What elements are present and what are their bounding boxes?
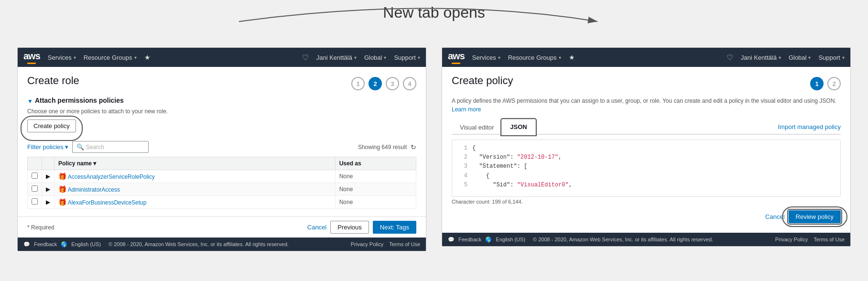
row-checkbox-2[interactable]: [32, 185, 38, 192]
tabs-row: Visual editor JSON Import managed policy: [452, 119, 841, 135]
right-resource-groups-chevron-icon: ▾: [559, 55, 561, 60]
right-feedback-link[interactable]: Feedback: [458, 237, 481, 242]
import-managed-link[interactable]: Import managed policy: [778, 123, 841, 130]
table-header-used-as: Used as: [335, 157, 416, 170]
right-nav-resource-groups[interactable]: Resource Groups ▾: [508, 54, 561, 61]
left-language-link[interactable]: English (US): [71, 241, 101, 247]
left-step-1: 1: [351, 77, 365, 90]
right-step-2: 2: [827, 77, 841, 90]
right-terms-link[interactable]: Terms of Use: [814, 237, 845, 242]
attach-permissions-title: Attach permissions policies: [35, 97, 124, 104]
used-as-1: None: [335, 170, 416, 183]
tab-visual-editor[interactable]: Visual editor: [452, 120, 502, 135]
showing-results-text: Showing 649 result: [358, 144, 407, 151]
left-nav-global[interactable]: Global ▾: [364, 54, 387, 61]
right-nav-pin-icon[interactable]: ★: [569, 54, 575, 61]
left-globe-icon: 🌎: [61, 241, 67, 248]
refresh-icon[interactable]: ↻: [411, 143, 416, 151]
left-feedback-icon: 💬: [23, 241, 30, 248]
left-aws-footer: 💬 Feedback 🌎 English (US) © 2008 - 2020,…: [18, 238, 426, 251]
table-header-policy-name[interactable]: Policy name ▾: [54, 157, 336, 170]
right-step-1: 1: [810, 77, 824, 90]
right-privacy-link[interactable]: Privacy Policy: [775, 237, 808, 242]
left-step-2: 2: [369, 77, 382, 90]
row-expand-2[interactable]: ▶: [42, 183, 54, 196]
right-support-chevron-icon: ▾: [842, 55, 845, 60]
right-feedback-icon: 💬: [448, 237, 455, 243]
search-icon: 🔍: [76, 143, 84, 151]
filter-row: Filter policies ▾ 🔍 Search Showing 649 r…: [27, 141, 416, 153]
left-global-chevron-icon: ▾: [384, 55, 386, 60]
row-checkbox-1[interactable]: [32, 173, 38, 179]
table-row: ▶ 🎁 AdministratorAccess None: [28, 183, 416, 196]
json-editor[interactable]: 1 { 2 "Version": "2012-10-17", 3 "Statem…: [452, 140, 841, 197]
table-row: ▶ 🎁 AlexaForBusinessDeviceSetup None: [28, 196, 416, 209]
left-user-chevron-icon: ▾: [354, 55, 357, 60]
search-input-box[interactable]: 🔍 Search: [72, 141, 149, 153]
json-line-4: 4 {: [456, 172, 836, 181]
annotation-title: New tab opens: [0, 0, 868, 23]
right-user-chevron-icon: ▾: [779, 55, 781, 60]
aws-logo: aws: [23, 51, 40, 64]
used-as-2: None: [335, 183, 416, 196]
previous-button[interactable]: Previous: [330, 221, 369, 234]
left-support-chevron-icon: ▾: [418, 55, 420, 60]
right-nav-support[interactable]: Support ▾: [818, 54, 845, 61]
left-steps: 1 2 3 4: [351, 77, 416, 90]
create-policy-button[interactable]: Create policy: [27, 119, 76, 132]
table-row: ▶ 🎁 AccessAnalyzerServiceRolePolicy None: [28, 170, 416, 183]
row-expand-3[interactable]: ▶: [42, 196, 54, 209]
learn-more-link[interactable]: Learn more: [452, 106, 481, 113]
row-checkbox-3[interactable]: [32, 198, 38, 205]
left-nav-resource-groups[interactable]: Resource Groups ▾: [84, 54, 137, 61]
right-nav-global[interactable]: Global ▾: [789, 54, 811, 61]
review-policy-button[interactable]: Review policy: [789, 210, 841, 223]
policy-link-3[interactable]: AlexaForBusinessDeviceSetup: [68, 199, 147, 206]
cancel-button-left[interactable]: Cancel: [307, 224, 326, 231]
used-as-3: None: [335, 196, 416, 209]
policy-icon-3: 🎁: [58, 198, 66, 206]
filter-policies-button[interactable]: Filter policies ▾: [27, 143, 68, 151]
left-page-title: Create role: [27, 75, 79, 87]
left-nav-bar: aws Services ▾ Resource Groups ▾ ★ ♡ Jan…: [18, 48, 426, 67]
services-chevron-icon: ▾: [74, 55, 76, 60]
policy-description: A policy defines the AWS permissions tha…: [452, 97, 841, 114]
right-page-title: Create policy: [452, 75, 513, 87]
tab-json[interactable]: JSON: [502, 119, 535, 135]
left-step-4: 4: [403, 77, 416, 90]
left-footer: * Required Cancel Previous Next: Tags: [18, 216, 426, 238]
policy-link-1[interactable]: AccessAnalyzerServiceRolePolicy: [68, 173, 155, 180]
left-privacy-link[interactable]: Privacy Policy: [351, 241, 383, 247]
right-global-chevron-icon: ▾: [808, 55, 811, 60]
row-expand-1[interactable]: ▶: [42, 170, 54, 183]
left-nav-services[interactable]: Services ▾: [48, 54, 76, 61]
left-nav-user[interactable]: Jani Kenttälä ▾: [316, 54, 357, 61]
next-tags-button[interactable]: Next: Tags: [373, 221, 416, 234]
right-language-link[interactable]: English (US): [496, 237, 525, 242]
right-footer: Cancel Review policy: [452, 206, 841, 225]
right-copyright: © 2008 - 2020, Amazon Web Services, Inc.…: [533, 237, 713, 242]
left-feedback-link[interactable]: Feedback: [34, 241, 57, 247]
left-nav-support[interactable]: Support ▾: [394, 54, 420, 61]
left-nav-pin-icon[interactable]: ★: [144, 54, 151, 61]
policy-icon-2: 🎁: [58, 185, 66, 193]
right-globe-icon: 🌎: [485, 237, 492, 243]
policy-icon-1: 🎁: [58, 173, 66, 180]
resource-groups-chevron-icon: ▾: [134, 55, 137, 60]
right-nav-user[interactable]: Jani Kenttälä ▾: [741, 54, 781, 61]
required-label: * Required: [27, 224, 54, 231]
left-nav-bell-icon[interactable]: ♡: [302, 53, 309, 62]
right-aws-footer: 💬 Feedback 🌎 English (US) © 2008 - 2020,…: [442, 233, 850, 246]
left-copyright: © 2008 - 2020, Amazon Web Services, Inc.…: [108, 241, 289, 247]
right-aws-logo: aws: [448, 51, 465, 64]
json-line-5: 5 "Sid": "VisualEditor0",: [456, 181, 836, 190]
policy-link-2[interactable]: AdministratorAccess: [68, 186, 120, 193]
right-nav-bar: aws Services ▾ Resource Groups ▾ ★ ♡ Jan…: [442, 48, 850, 67]
right-nav-bell-icon[interactable]: ♡: [727, 53, 733, 62]
policy-table: Policy name ▾ Used as ▶ 🎁 AccessAnalyzer…: [27, 157, 416, 209]
right-nav-services[interactable]: Services ▾: [472, 54, 500, 61]
filter-chevron-icon: ▾: [65, 143, 68, 151]
json-line-3: 3 "Statement": [: [456, 162, 836, 171]
cancel-button-right[interactable]: Cancel: [765, 213, 784, 220]
left-terms-link[interactable]: Terms of Use: [389, 241, 420, 247]
